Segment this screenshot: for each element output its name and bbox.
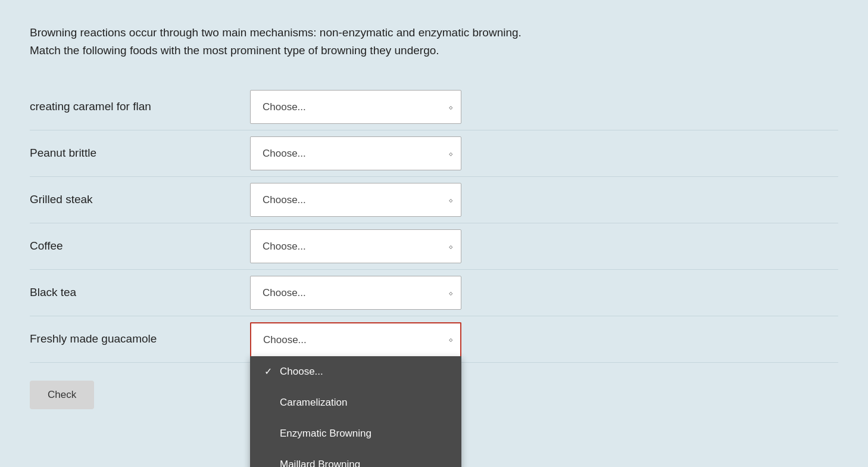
select-wrapper-peanut: Choose... Caramelization Enzymatic Brown… <box>250 136 461 170</box>
row-coffee: Coffee Choose... Caramelization Enzymati… <box>30 223 838 270</box>
row-peanut: Peanut brittle Choose... Caramelization … <box>30 130 838 177</box>
select-guacamole[interactable]: Choose... Caramelization Enzymatic Brown… <box>250 322 461 356</box>
check-button[interactable]: Check <box>30 381 94 409</box>
label-blacktea: Black tea <box>30 280 250 305</box>
row-guacamole: Freshly made guacamole Choose... Caramel… <box>30 316 838 363</box>
page-container: Browning reactions occur through two mai… <box>0 0 868 433</box>
row-caramel: creating caramel for flan Choose... Cara… <box>30 84 838 130</box>
dropdown-item-enzymatic[interactable]: Enzymatic Browning <box>250 418 461 449</box>
select-caramel[interactable]: Choose... Caramelization Enzymatic Brown… <box>250 90 461 124</box>
dropdown-item-choose[interactable]: ✓ Choose... <box>250 356 461 387</box>
checkmark-icon: ✓ <box>264 366 275 377</box>
instructions: Browning reactions occur through two mai… <box>30 24 566 60</box>
dropdown-menu-guacamole: ✓ Choose... Caramelization Enzymatic Bro… <box>250 356 461 467</box>
label-guacamole: Freshly made guacamole <box>30 326 250 351</box>
instructions-line1: Browning reactions occur through two mai… <box>30 26 522 39</box>
select-steak[interactable]: Choose... Caramelization Enzymatic Brown… <box>250 183 461 217</box>
empty-check3 <box>264 459 275 467</box>
label-caramel: creating caramel for flan <box>30 94 250 119</box>
select-blacktea[interactable]: Choose... Caramelization Enzymatic Brown… <box>250 276 461 310</box>
label-coffee: Coffee <box>30 234 250 259</box>
row-blacktea: Black tea Choose... Caramelization Enzym… <box>30 270 838 316</box>
instructions-line2: Match the following foods with the most … <box>30 44 439 57</box>
empty-check <box>264 397 275 408</box>
label-steak: Grilled steak <box>30 187 250 212</box>
dropdown-item-choose-label: Choose... <box>280 366 323 378</box>
select-wrapper-coffee: Choose... Caramelization Enzymatic Brown… <box>250 229 461 263</box>
select-wrapper-blacktea: Choose... Caramelization Enzymatic Brown… <box>250 276 461 310</box>
select-coffee[interactable]: Choose... Caramelization Enzymatic Brown… <box>250 229 461 263</box>
dropdown-item-enzymatic-label: Enzymatic Browning <box>280 428 371 440</box>
select-wrapper-caramel: Choose... Caramelization Enzymatic Brown… <box>250 90 461 124</box>
select-peanut[interactable]: Choose... Caramelization Enzymatic Brown… <box>250 136 461 170</box>
dropdown-item-caramelization[interactable]: Caramelization <box>250 387 461 418</box>
row-steak: Grilled steak Choose... Caramelization E… <box>30 177 838 223</box>
dropdown-item-caramelization-label: Caramelization <box>280 397 347 409</box>
dropdown-item-maillard[interactable]: Maillard Browning <box>250 449 461 467</box>
matching-table: creating caramel for flan Choose... Cara… <box>30 84 838 363</box>
dropdown-item-maillard-label: Maillard Browning <box>280 459 360 467</box>
select-wrapper-guacamole: Choose... Caramelization Enzymatic Brown… <box>250 322 461 356</box>
select-wrapper-steak: Choose... Caramelization Enzymatic Brown… <box>250 183 461 217</box>
empty-check2 <box>264 428 275 439</box>
label-peanut: Peanut brittle <box>30 141 250 166</box>
